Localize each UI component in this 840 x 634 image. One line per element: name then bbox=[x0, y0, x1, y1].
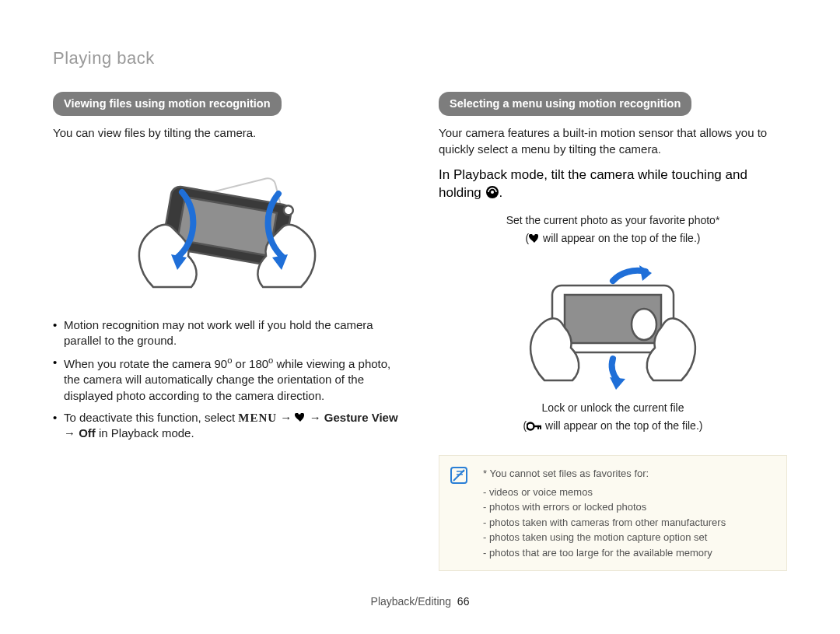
bullet-motion-parallel: Motion recognition may not work well if … bbox=[53, 317, 401, 349]
svg-point-10 bbox=[632, 309, 656, 340]
menu-label: MENU bbox=[238, 412, 277, 424]
illustration-tilt-camera bbox=[126, 155, 328, 303]
callout-top-sub: ( will appear on the top of the file.) bbox=[439, 231, 787, 246]
text-frag: or 180 bbox=[232, 357, 268, 370]
page-number: 66 bbox=[457, 595, 470, 608]
note-item: videos or voice memos bbox=[483, 485, 774, 499]
note-item: photos taken with cameras from other man… bbox=[483, 516, 774, 530]
text-frag: When you rotate the camera 90 bbox=[64, 357, 227, 370]
right-lead: Your camera features a built-in motion s… bbox=[439, 125, 787, 157]
svg-marker-12 bbox=[610, 377, 625, 390]
right-heading-pill: Selecting a menu using motion recognitio… bbox=[439, 92, 691, 117]
callout-bottom-sub: ( will appear on the top of the file.) bbox=[439, 419, 787, 433]
illustration-touch-tilt bbox=[512, 246, 714, 394]
breadcrumb: Playing back bbox=[53, 47, 787, 70]
left-column: Viewing files using motion recognition Y… bbox=[53, 92, 401, 572]
text-frag: . bbox=[499, 185, 503, 200]
text-frag: will appear on the top of the file.) bbox=[542, 419, 702, 432]
left-lead: You can view files by tilting the camera… bbox=[53, 125, 401, 141]
callout-top: Set the current photo as your favorite p… bbox=[439, 213, 787, 228]
svg-point-7 bbox=[491, 191, 494, 194]
motion-hold-icon bbox=[485, 185, 499, 199]
note-box: * You cannot set files as favorites for:… bbox=[439, 455, 787, 571]
right-column: Selecting a menu using motion recognitio… bbox=[439, 92, 787, 572]
note-item: photos that are too large for the availa… bbox=[483, 546, 774, 560]
left-illustration bbox=[53, 151, 401, 306]
footer-section: Playback/Editing bbox=[371, 595, 452, 608]
note-item: photos with errors or locked photos bbox=[483, 500, 774, 514]
bullet-text: Motion recognition may not work well if … bbox=[64, 317, 401, 349]
svg-rect-14 bbox=[534, 426, 541, 427]
svg-marker-11 bbox=[639, 265, 652, 281]
bullet-deactivate-gesture: To deactivate this function, select MENU… bbox=[53, 410, 401, 442]
bullet-text: To deactivate this function, select MENU… bbox=[64, 410, 401, 442]
off-label: Off bbox=[79, 426, 96, 440]
text-frag: → bbox=[306, 411, 324, 424]
note-list: videos or voice memos photos with errors… bbox=[483, 485, 774, 560]
note-item: photos taken using the motion capture op… bbox=[483, 531, 774, 545]
text-frag: in Playback mode. bbox=[96, 426, 194, 440]
key-icon bbox=[527, 422, 542, 431]
down-heart-icon bbox=[295, 413, 306, 422]
gesture-view-label: Gesture View bbox=[324, 411, 398, 424]
svg-point-3 bbox=[283, 205, 294, 215]
note-info-icon bbox=[450, 467, 467, 484]
heart-icon bbox=[529, 234, 540, 243]
svg-rect-15 bbox=[537, 426, 539, 429]
left-heading-pill: Viewing files using motion recognition bbox=[53, 92, 282, 117]
left-bullet-list: Motion recognition may not work well if … bbox=[53, 317, 401, 442]
text-frag: → bbox=[277, 411, 295, 424]
callout-bottom: Lock or unlock the current file bbox=[439, 401, 787, 415]
svg-point-13 bbox=[527, 423, 534, 430]
text-frag: → bbox=[64, 426, 79, 440]
bullet-text: When you rotate the camera 90o or 180o w… bbox=[64, 355, 401, 404]
svg-rect-16 bbox=[540, 426, 541, 429]
instruction-line: In Playback mode, tilt the camera while … bbox=[439, 166, 787, 202]
right-illustration bbox=[439, 250, 787, 390]
footer: Playback/Editing 66 bbox=[0, 594, 840, 609]
bullet-rotate-orientation: When you rotate the camera 90o or 180o w… bbox=[53, 355, 401, 404]
note-title: * You cannot set files as favorites for: bbox=[483, 467, 774, 481]
text-frag: To deactivate this function, select bbox=[64, 411, 238, 424]
text-frag: will appear on the top of the file.) bbox=[540, 232, 700, 244]
